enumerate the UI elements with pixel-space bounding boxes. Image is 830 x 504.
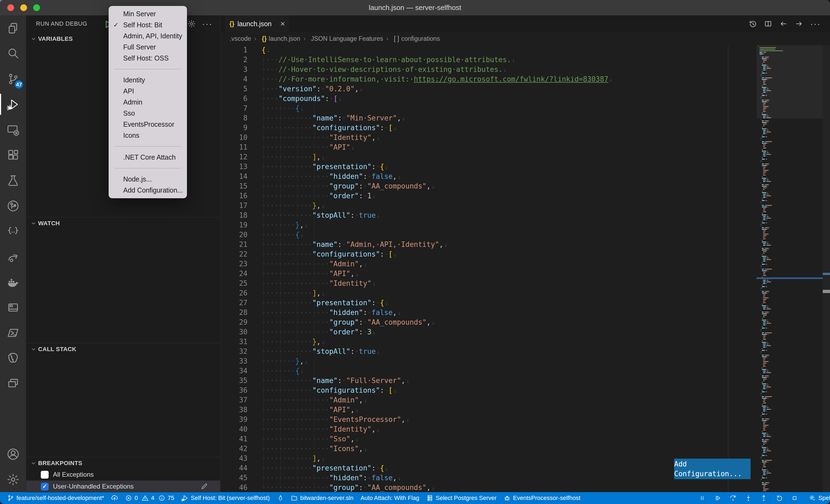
gutter-line-number[interactable]: 41 [220, 434, 248, 444]
menu-item-admin-api-identity[interactable]: Admin, API, Identity [108, 31, 187, 42]
gutter-line-number[interactable]: 10 [220, 133, 248, 142]
status-auto-attach[interactable]: Auto Attach: With Flag [360, 495, 419, 502]
gutter-line-number[interactable]: 37 [220, 395, 248, 405]
split-editor-icon[interactable] [764, 20, 772, 28]
code-line[interactable]: 4····//·For·more·information,·visit:·htt… [220, 74, 830, 84]
gutter-line-number[interactable]: 4 [220, 74, 248, 84]
gutter-line-number[interactable]: 42 [220, 444, 248, 453]
code-line[interactable]: 17············}, [220, 201, 830, 210]
gutter-line-number[interactable]: 25 [220, 278, 248, 288]
activity-item-remote-explorer[interactable] [0, 117, 26, 142]
code-editor[interactable]: 1{2····//·Use·IntelliSense·to·learn·abou… [220, 45, 830, 492]
timeline-icon[interactable] [749, 20, 757, 28]
gutter-line-number[interactable]: 6 [220, 94, 248, 103]
status-continue[interactable] [714, 495, 721, 502]
gutter-line-number[interactable]: 28 [220, 308, 248, 317]
menu-item-self-host-bit[interactable]: ✓Self Host: Bit [108, 20, 187, 31]
code-line[interactable]: 42················"Icons", [220, 444, 830, 453]
code-line[interactable]: 16················"order":·1 [220, 191, 830, 201]
status-spell-checker[interactable]: Spell [809, 495, 830, 502]
status-restart[interactable] [776, 495, 783, 502]
status-step-out[interactable] [760, 495, 767, 502]
section-header-breakpoints[interactable]: BREAKPOINTS [26, 457, 220, 469]
code-line[interactable]: 14················"hidden":·false, [220, 171, 830, 181]
gutter-line-number[interactable]: 16 [220, 191, 248, 201]
gutter-line-number[interactable]: 26 [220, 288, 248, 298]
gutter-line-number[interactable]: 3 [220, 65, 248, 74]
menu-item-net-core-attach[interactable]: .NET Core Attach [108, 152, 187, 163]
activity-item-postgresql[interactable] [0, 345, 26, 371]
gutter-line-number[interactable]: 15 [220, 181, 248, 191]
code-line[interactable]: 41················"Sso", [220, 434, 830, 444]
menu-item-self-host-oss[interactable]: Self Host: OSS [108, 53, 187, 64]
gutter-line-number[interactable]: 45 [220, 473, 248, 483]
code-line[interactable]: 21············"name":·"Admin,·API,·Ident… [220, 240, 830, 249]
gutter-line-number[interactable]: 27 [220, 298, 248, 308]
scrollbar[interactable] [823, 45, 830, 492]
code-line[interactable]: 26············], [220, 288, 830, 298]
status-solution[interactable]: bitwarden-server.sln [291, 495, 353, 502]
activity-item-accounts[interactable] [0, 441, 26, 467]
gutter-line-number[interactable]: 7 [220, 103, 248, 113]
gutter-line-number[interactable]: 21 [220, 240, 248, 249]
checkbox-unchecked[interactable] [41, 471, 49, 479]
activity-item-rest-client[interactable] [0, 219, 26, 244]
menu-item-add-configuration[interactable]: Add Configuration... [108, 185, 187, 196]
code-line[interactable]: 23················"Admin", [220, 259, 830, 269]
code-line[interactable]: 7········{ [220, 103, 830, 113]
gutter-line-number[interactable]: 44 [220, 463, 248, 473]
menu-item-identity[interactable]: Identity [108, 74, 187, 86]
gutter-line-number[interactable]: 29 [220, 317, 248, 327]
activity-item-powershell[interactable] [0, 320, 26, 345]
minimap[interactable] [757, 45, 823, 492]
code-line[interactable]: 13············"presentation":·{ [220, 162, 830, 171]
breadcrumb-item[interactable]: {}launch.json [251, 35, 300, 42]
menu-item-node-js[interactable]: Node.js... [108, 174, 187, 185]
navigate-forward-icon[interactable] [795, 20, 803, 28]
activity-item-remote-vm[interactable] [0, 295, 26, 320]
gutter-line-number[interactable]: 31 [220, 337, 248, 346]
gutter-line-number[interactable]: 23 [220, 259, 248, 269]
activity-item-explorer[interactable] [0, 15, 26, 41]
gutter-line-number[interactable]: 33 [220, 356, 248, 366]
code-line[interactable]: 10················"Identity", [220, 133, 830, 142]
code-line[interactable]: 38················"API", [220, 405, 830, 414]
code-line[interactable]: 31············}, [220, 337, 830, 346]
gutter-line-number[interactable]: 32 [220, 346, 248, 356]
breadcrumb-item[interactable]: JSON Language Features [300, 35, 383, 42]
code-line[interactable]: 40················"Identity", [220, 424, 830, 434]
gutter-line-number[interactable]: 36 [220, 385, 248, 395]
gutter-line-number[interactable]: 5 [220, 84, 248, 94]
code-line[interactable]: 35············"name":·"Full·Server", [220, 376, 830, 385]
gutter-line-number[interactable]: 2 [220, 55, 248, 65]
section-header-watch[interactable]: WATCH [26, 217, 220, 229]
status-warnings[interactable]: 4 [141, 495, 154, 502]
gutter-line-number[interactable]: 19 [220, 220, 248, 230]
code-line[interactable]: 5····"version":·"0.2.0", [220, 84, 830, 94]
status-events-processor[interactable]: EventsProcessor-selfhost [504, 495, 580, 502]
gutter-line-number[interactable]: 1 [220, 45, 248, 55]
status-flame[interactable] [277, 495, 284, 502]
add-configuration-button[interactable]: Add Configuration... [674, 459, 751, 479]
status-step-into[interactable] [745, 495, 752, 502]
code-line[interactable]: 37················"Admin", [220, 395, 830, 405]
code-line[interactable]: 32············"stopAll":·true [220, 346, 830, 356]
menu-item-icons[interactable]: Icons [108, 130, 187, 141]
menu-item-admin[interactable]: Admin [108, 97, 187, 108]
activity-item-live-share[interactable] [0, 244, 26, 269]
navigate-back-icon[interactable] [779, 20, 788, 28]
gutter-line-number[interactable]: 43 [220, 453, 248, 463]
gutter-line-number[interactable]: 11 [220, 142, 248, 152]
gutter-line-number[interactable]: 17 [220, 201, 248, 210]
activity-item-extensions[interactable] [0, 142, 26, 168]
code-line[interactable]: 3····//·Hover·to·view·descriptions·of·ex… [220, 65, 830, 74]
gutter-line-number[interactable]: 12 [220, 152, 248, 162]
code-line[interactable]: 15················"group":·"AA_compounds… [220, 181, 830, 191]
gutter-line-number[interactable]: 13 [220, 162, 248, 171]
status-stop[interactable] [791, 495, 798, 502]
code-line[interactable]: 22············"configurations":·[ [220, 249, 830, 259]
code-line[interactable]: 20········{ [220, 230, 830, 240]
status-step-over[interactable] [730, 495, 736, 502]
gutter-line-number[interactable]: 8 [220, 113, 248, 123]
code-line[interactable]: 28················"hidden":·false, [220, 308, 830, 317]
